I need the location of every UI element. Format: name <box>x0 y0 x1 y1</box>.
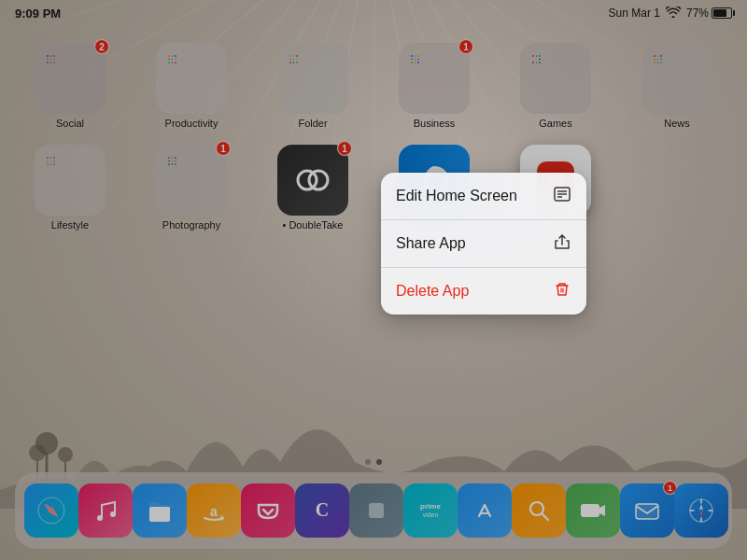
overlay-dim[interactable] <box>0 0 747 560</box>
delete-app-icon <box>553 280 571 302</box>
edit-home-screen-icon <box>553 185 571 207</box>
share-app-icon <box>553 232 571 255</box>
context-delete-app[interactable]: Delete App <box>381 268 586 315</box>
edit-home-screen-label: Edit Home Screen <box>396 188 517 204</box>
context-share-app[interactable]: Share App <box>381 220 586 268</box>
delete-app-label: Delete App <box>396 283 469 300</box>
share-app-label: Share App <box>396 235 466 252</box>
context-edit-home-screen[interactable]: Edit Home Screen <box>381 173 586 220</box>
context-menu: Edit Home Screen Share App Delete App <box>381 173 586 315</box>
